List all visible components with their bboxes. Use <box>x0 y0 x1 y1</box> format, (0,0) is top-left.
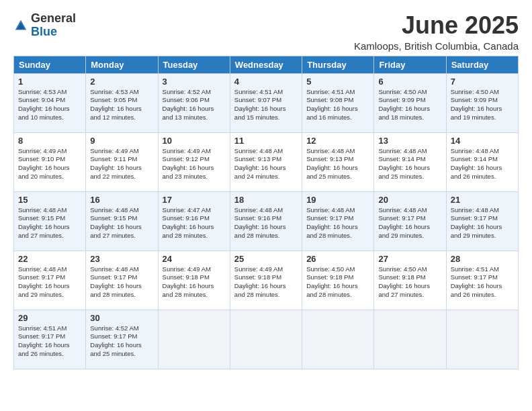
day-number: 23 <box>90 254 153 264</box>
col-thursday: Thursday <box>302 56 374 73</box>
table-cell: 22Sunrise: 4:48 AMSunset: 9:17 PMDayligh… <box>14 250 86 310</box>
day-info: Sunrise: 4:48 AMSunset: 9:17 PMDaylight:… <box>378 206 441 240</box>
table-cell: 6Sunrise: 4:50 AMSunset: 9:09 PMDaylight… <box>374 73 446 132</box>
table-cell: 29Sunrise: 4:51 AMSunset: 9:17 PMDayligh… <box>14 310 86 369</box>
logo-general: General <box>31 12 76 26</box>
day-info: Sunrise: 4:48 AMSunset: 9:16 PMDaylight:… <box>234 206 298 240</box>
table-cell: 10Sunrise: 4:49 AMSunset: 9:12 PMDayligh… <box>158 132 230 191</box>
day-number: 19 <box>306 195 369 205</box>
day-number: 14 <box>451 136 514 146</box>
table-cell: 25Sunrise: 4:49 AMSunset: 9:18 PMDayligh… <box>230 250 302 310</box>
day-number: 30 <box>90 313 153 323</box>
day-info: Sunrise: 4:48 AMSunset: 9:15 PMDaylight:… <box>18 206 81 240</box>
day-info: Sunrise: 4:50 AMSunset: 9:09 PMDaylight:… <box>451 88 514 122</box>
title-block: June 2025 Kamloops, British Columbia, Ca… <box>354 12 519 52</box>
table-cell: 16Sunrise: 4:48 AMSunset: 9:15 PMDayligh… <box>86 191 158 250</box>
table-cell: 30Sunrise: 4:52 AMSunset: 9:17 PMDayligh… <box>86 310 158 369</box>
calendar-week-row: 22Sunrise: 4:48 AMSunset: 9:17 PMDayligh… <box>14 250 519 310</box>
table-cell <box>230 310 302 369</box>
day-info: Sunrise: 4:48 AMSunset: 9:14 PMDaylight:… <box>378 147 441 181</box>
day-info: Sunrise: 4:48 AMSunset: 9:13 PMDaylight:… <box>306 147 369 181</box>
day-info: Sunrise: 4:50 AMSunset: 9:18 PMDaylight:… <box>306 265 369 300</box>
day-number: 1 <box>18 77 81 87</box>
day-number: 28 <box>451 254 514 264</box>
day-number: 9 <box>90 136 153 146</box>
table-cell: 11Sunrise: 4:48 AMSunset: 9:13 PMDayligh… <box>230 132 302 191</box>
calendar-week-row: 8Sunrise: 4:49 AMSunset: 9:10 PMDaylight… <box>14 132 519 191</box>
day-info: Sunrise: 4:49 AMSunset: 9:18 PMDaylight:… <box>163 265 226 300</box>
calendar-body: 1Sunrise: 4:53 AMSunset: 9:04 PMDaylight… <box>14 73 519 369</box>
day-info: Sunrise: 4:52 AMSunset: 9:06 PMDaylight:… <box>163 88 226 122</box>
day-info: Sunrise: 4:51 AMSunset: 9:17 PMDaylight:… <box>18 324 81 359</box>
table-cell: 9Sunrise: 4:49 AMSunset: 9:11 PMDaylight… <box>86 132 158 191</box>
day-info: Sunrise: 4:51 AMSunset: 9:17 PMDaylight:… <box>451 265 514 300</box>
day-info: Sunrise: 4:48 AMSunset: 9:13 PMDaylight:… <box>234 147 298 181</box>
day-number: 12 <box>306 136 369 146</box>
table-cell <box>374 310 446 369</box>
table-cell: 14Sunrise: 4:48 AMSunset: 9:14 PMDayligh… <box>446 132 518 191</box>
day-number: 26 <box>306 254 369 264</box>
col-friday: Friday <box>374 56 446 73</box>
col-wednesday: Wednesday <box>230 56 302 73</box>
logo: General Blue <box>13 12 76 39</box>
day-number: 29 <box>18 313 81 323</box>
location-title: Kamloops, British Columbia, Canada <box>354 40 519 52</box>
table-cell: 3Sunrise: 4:52 AMSunset: 9:06 PMDaylight… <box>158 73 230 132</box>
table-cell: 13Sunrise: 4:48 AMSunset: 9:14 PMDayligh… <box>374 132 446 191</box>
day-info: Sunrise: 4:49 AMSunset: 9:10 PMDaylight:… <box>18 147 81 181</box>
table-cell: 28Sunrise: 4:51 AMSunset: 9:17 PMDayligh… <box>446 250 518 310</box>
table-cell: 12Sunrise: 4:48 AMSunset: 9:13 PMDayligh… <box>302 132 374 191</box>
col-sunday: Sunday <box>14 56 86 73</box>
table-cell: 18Sunrise: 4:48 AMSunset: 9:16 PMDayligh… <box>230 191 302 250</box>
day-number: 7 <box>451 77 514 87</box>
header: General Blue June 2025 Kamloops, British… <box>13 12 519 52</box>
table-cell: 4Sunrise: 4:51 AMSunset: 9:07 PMDaylight… <box>230 73 302 132</box>
table-cell: 27Sunrise: 4:50 AMSunset: 9:18 PMDayligh… <box>374 250 446 310</box>
day-info: Sunrise: 4:53 AMSunset: 9:05 PMDaylight:… <box>90 88 153 122</box>
day-number: 5 <box>306 77 369 87</box>
day-number: 2 <box>90 77 153 87</box>
day-info: Sunrise: 4:48 AMSunset: 9:17 PMDaylight:… <box>306 206 369 240</box>
table-cell: 23Sunrise: 4:48 AMSunset: 9:17 PMDayligh… <box>86 250 158 310</box>
day-number: 18 <box>234 195 298 205</box>
day-info: Sunrise: 4:51 AMSunset: 9:08 PMDaylight:… <box>306 88 369 122</box>
day-number: 4 <box>234 77 298 87</box>
col-saturday: Saturday <box>446 56 518 73</box>
table-cell: 17Sunrise: 4:47 AMSunset: 9:16 PMDayligh… <box>158 191 230 250</box>
table-cell: 21Sunrise: 4:48 AMSunset: 9:17 PMDayligh… <box>446 191 518 250</box>
table-cell: 5Sunrise: 4:51 AMSunset: 9:08 PMDaylight… <box>302 73 374 132</box>
table-cell: 19Sunrise: 4:48 AMSunset: 9:17 PMDayligh… <box>302 191 374 250</box>
col-tuesday: Tuesday <box>158 56 230 73</box>
col-monday: Monday <box>86 56 158 73</box>
table-cell: 7Sunrise: 4:50 AMSunset: 9:09 PMDaylight… <box>446 73 518 132</box>
month-title: June 2025 <box>354 12 519 39</box>
day-info: Sunrise: 4:49 AMSunset: 9:11 PMDaylight:… <box>90 147 153 181</box>
day-info: Sunrise: 4:48 AMSunset: 9:15 PMDaylight:… <box>90 206 153 240</box>
day-info: Sunrise: 4:48 AMSunset: 9:17 PMDaylight:… <box>451 206 514 240</box>
day-number: 11 <box>234 136 298 146</box>
calendar-table: Sunday Monday Tuesday Wednesday Thursday… <box>13 56 519 369</box>
day-number: 22 <box>18 254 81 264</box>
day-number: 24 <box>163 254 226 264</box>
table-cell <box>302 310 374 369</box>
day-number: 15 <box>18 195 81 205</box>
day-info: Sunrise: 4:49 AMSunset: 9:12 PMDaylight:… <box>163 147 226 181</box>
day-number: 16 <box>90 195 153 205</box>
table-cell: 15Sunrise: 4:48 AMSunset: 9:15 PMDayligh… <box>14 191 86 250</box>
day-info: Sunrise: 4:48 AMSunset: 9:17 PMDaylight:… <box>90 265 153 300</box>
day-number: 10 <box>163 136 226 146</box>
day-info: Sunrise: 4:51 AMSunset: 9:07 PMDaylight:… <box>234 88 298 122</box>
day-number: 13 <box>378 136 441 146</box>
table-cell: 20Sunrise: 4:48 AMSunset: 9:17 PMDayligh… <box>374 191 446 250</box>
day-info: Sunrise: 4:47 AMSunset: 9:16 PMDaylight:… <box>163 206 226 240</box>
table-cell: 26Sunrise: 4:50 AMSunset: 9:18 PMDayligh… <box>302 250 374 310</box>
calendar-header-row: Sunday Monday Tuesday Wednesday Thursday… <box>14 56 519 73</box>
day-number: 8 <box>18 136 81 146</box>
calendar-week-row: 29Sunrise: 4:51 AMSunset: 9:17 PMDayligh… <box>14 310 519 369</box>
day-number: 20 <box>378 195 441 205</box>
table-cell: 8Sunrise: 4:49 AMSunset: 9:10 PMDaylight… <box>14 132 86 191</box>
table-cell: 1Sunrise: 4:53 AMSunset: 9:04 PMDaylight… <box>14 73 86 132</box>
day-number: 6 <box>378 77 441 87</box>
table-cell: 24Sunrise: 4:49 AMSunset: 9:18 PMDayligh… <box>158 250 230 310</box>
day-info: Sunrise: 4:52 AMSunset: 9:17 PMDaylight:… <box>90 324 153 359</box>
